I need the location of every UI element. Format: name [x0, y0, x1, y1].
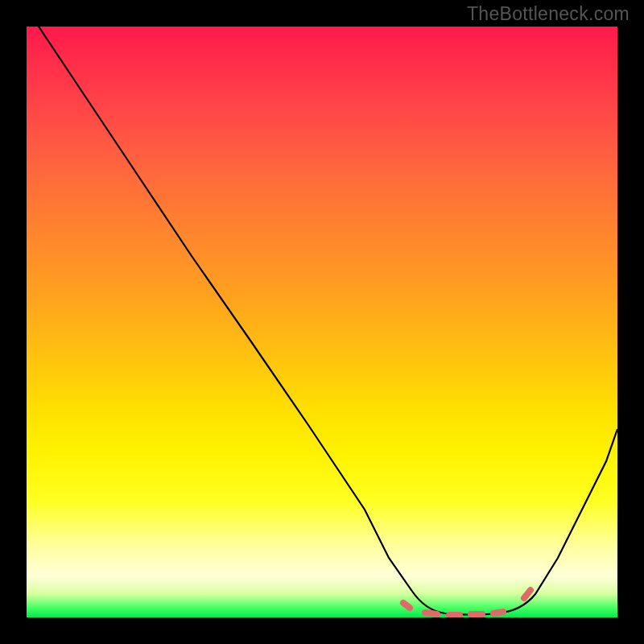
optimal-zone-dashes: [403, 590, 530, 615]
curve-path: [39, 27, 617, 615]
bottleneck-curve: [27, 27, 617, 617]
chart-plot-area: [27, 27, 617, 617]
watermark-text: TheBottleneck.com: [467, 3, 630, 25]
